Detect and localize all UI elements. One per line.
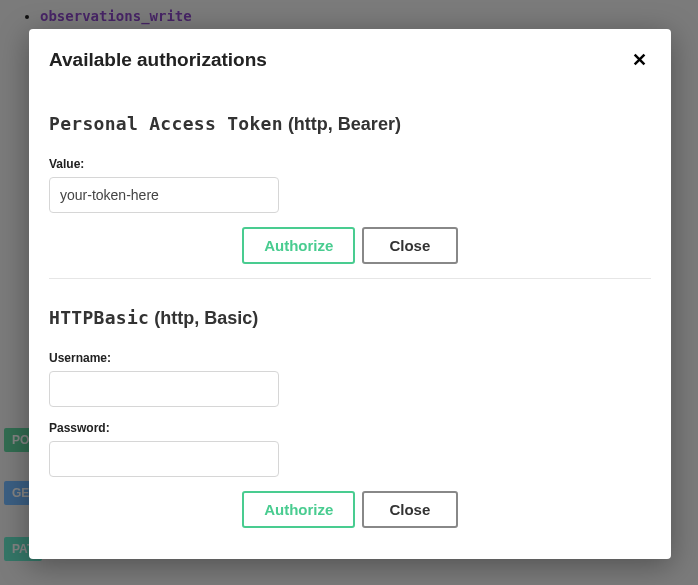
scheme-title: Personal Access Token (http, Bearer) — [49, 113, 651, 135]
password-input[interactable] — [49, 441, 279, 477]
scheme-detail: (http, Bearer) — [283, 114, 401, 134]
authorize-button[interactable]: Authorize — [242, 227, 355, 264]
scheme-title: HTTPBasic (http, Basic) — [49, 307, 651, 329]
close-button[interactable]: Close — [362, 491, 458, 528]
close-icon[interactable]: ✕ — [628, 47, 651, 73]
authorize-button[interactable]: Authorize — [242, 491, 355, 528]
modal-title: Available authorizations — [49, 49, 267, 71]
username-input[interactable] — [49, 371, 279, 407]
username-label: Username: — [49, 351, 651, 365]
value-label: Value: — [49, 157, 651, 171]
password-label: Password: — [49, 421, 651, 435]
scheme-bearer: Personal Access Token (http, Bearer) Val… — [49, 85, 651, 278]
scheme-name: HTTPBasic — [49, 307, 149, 328]
scheme-basic: HTTPBasic (http, Basic) Username: Passwo… — [49, 278, 651, 542]
scheme-name: Personal Access Token — [49, 113, 283, 134]
scheme-detail: (http, Basic) — [149, 308, 258, 328]
close-button[interactable]: Close — [362, 227, 458, 264]
auth-modal: Available authorizations ✕ Personal Acce… — [29, 29, 671, 559]
token-input[interactable] — [49, 177, 279, 213]
button-row: Authorize Close — [49, 227, 651, 264]
button-row: Authorize Close — [49, 491, 651, 528]
modal-header: Available authorizations ✕ — [49, 29, 651, 85]
